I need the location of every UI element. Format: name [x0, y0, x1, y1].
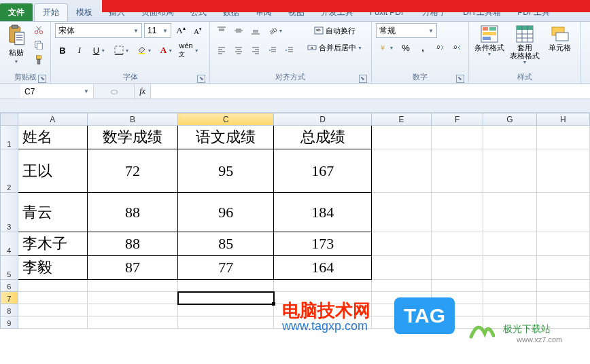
row-header-8[interactable]: 8 — [1, 304, 18, 316]
cut-button[interactable] — [31, 23, 46, 37]
bold-button[interactable]: B — [55, 43, 70, 58]
increase-font-button[interactable]: A▴ — [173, 23, 188, 38]
name-box[interactable]: C7▼ — [20, 84, 94, 98]
cell-C5[interactable]: 77 — [178, 256, 274, 280]
cell-C1[interactable]: 语文成绩 — [178, 126, 274, 149]
cell-H7[interactable] — [536, 292, 589, 304]
cell-F4[interactable] — [431, 232, 483, 256]
cell-B7[interactable] — [87, 292, 177, 304]
tab-home[interactable]: 开始 — [34, 3, 68, 21]
paste-button[interactable]: 粘贴 ▼ — [4, 23, 29, 65]
align-right-button[interactable] — [248, 43, 263, 58]
cell-C4[interactable]: 85 — [178, 232, 274, 256]
row-header-6[interactable]: 6 — [1, 280, 18, 292]
tab-template[interactable]: 模板 — [68, 3, 101, 21]
cell-H8[interactable] — [536, 304, 589, 316]
row-header-7[interactable]: 7 — [1, 292, 18, 304]
border-button[interactable]: ▼ — [111, 43, 132, 58]
increase-decimal-button[interactable]: .0 — [432, 40, 447, 55]
font-dialog-launcher[interactable]: ⬊ — [197, 75, 205, 83]
cell-H6[interactable] — [536, 280, 589, 292]
align-left-button[interactable] — [214, 43, 229, 58]
cell-C6[interactable] — [178, 280, 274, 292]
cell-H9[interactable] — [536, 316, 589, 329]
column-header-G[interactable]: G — [483, 113, 536, 126]
column-header-E[interactable]: E — [371, 113, 431, 126]
align-bottom-button[interactable] — [248, 23, 263, 38]
column-header-C[interactable]: C — [178, 113, 274, 126]
cell-A9[interactable] — [18, 316, 87, 329]
cell-E9[interactable] — [371, 316, 431, 329]
merge-center-button[interactable]: a合并后居中▼ — [302, 40, 367, 55]
font-size-combo[interactable]: 11▼ — [144, 23, 171, 38]
row-header-4[interactable]: 4 — [1, 232, 18, 256]
cell-G9[interactable] — [483, 316, 536, 329]
clipboard-dialog-launcher[interactable]: ⬊ — [38, 75, 46, 83]
cell-D2[interactable]: 167 — [274, 149, 371, 193]
decrease-decimal-button[interactable]: .0 — [449, 40, 464, 55]
cell-B1[interactable]: 数学成绩 — [87, 126, 177, 149]
cell-B3[interactable]: 88 — [87, 193, 177, 232]
row-header-2[interactable]: 2 — [1, 149, 18, 193]
number-dialog-launcher[interactable]: ⬊ — [456, 75, 464, 83]
cell-B4[interactable]: 88 — [87, 232, 177, 256]
phonetic-button[interactable]: wén文▼ — [179, 43, 199, 58]
cell-A4[interactable]: 李木子 — [18, 232, 87, 256]
tab-file[interactable]: 文件 — [0, 3, 33, 21]
accounting-format-button[interactable]: ￥▼ — [376, 40, 396, 55]
percent-button[interactable]: % — [398, 40, 413, 55]
cell-E4[interactable] — [371, 232, 431, 256]
cell-F1[interactable] — [431, 126, 483, 149]
cell-F2[interactable] — [431, 149, 483, 193]
select-all-corner[interactable] — [1, 113, 18, 126]
row-header-1[interactable]: 1 — [1, 126, 18, 149]
copy-button[interactable] — [31, 38, 46, 52]
cell-A2[interactable]: 王以 — [18, 149, 87, 193]
cell-H1[interactable] — [536, 126, 589, 149]
column-header-B[interactable]: B — [87, 113, 177, 126]
decrease-indent-button[interactable] — [265, 43, 280, 58]
font-name-combo[interactable]: 宋体▼ — [55, 23, 142, 38]
cell-E2[interactable] — [371, 149, 431, 193]
cell-H4[interactable] — [536, 232, 589, 256]
cell-A6[interactable] — [18, 280, 87, 292]
row-header-9[interactable]: 9 — [1, 316, 18, 329]
cell-D7[interactable] — [274, 292, 371, 304]
cell-G8[interactable] — [483, 304, 536, 316]
cell-D4[interactable]: 173 — [274, 232, 371, 256]
cell-A7[interactable] — [18, 292, 87, 304]
underline-button[interactable]: U▼ — [89, 43, 109, 58]
fx-icon[interactable]: fx — [135, 84, 151, 98]
font-color-button[interactable]: A▼ — [156, 43, 177, 58]
italic-button[interactable]: I — [72, 43, 87, 58]
cell-D3[interactable]: 184 — [274, 193, 371, 232]
orientation-button[interactable]: ab▼ — [265, 23, 285, 38]
cell-A3[interactable]: 青云 — [18, 193, 87, 232]
cell-D9[interactable] — [274, 316, 371, 329]
column-header-H[interactable]: H — [536, 113, 589, 126]
cell-E8[interactable] — [371, 304, 431, 316]
cell-A5[interactable]: 李毅 — [18, 256, 87, 280]
row-header-3[interactable]: 3 — [1, 193, 18, 232]
cell-A8[interactable] — [18, 304, 87, 316]
cell-G5[interactable] — [483, 256, 536, 280]
cell-F3[interactable] — [431, 193, 483, 232]
cell-A1[interactable]: 姓名 — [18, 126, 87, 149]
comma-button[interactable]: , — [415, 40, 430, 55]
cell-F6[interactable] — [431, 280, 483, 292]
fill-color-button[interactable]: ▼ — [134, 43, 154, 58]
cell-G1[interactable] — [483, 126, 536, 149]
cell-G7[interactable] — [483, 292, 536, 304]
increase-indent-button[interactable] — [282, 43, 297, 58]
align-middle-button[interactable] — [231, 23, 246, 38]
cell-H2[interactable] — [536, 149, 589, 193]
cell-F9[interactable] — [431, 316, 483, 329]
alignment-dialog-launcher[interactable]: ⬊ — [359, 75, 367, 83]
cell-H3[interactable] — [536, 193, 589, 232]
cell-D8[interactable] — [274, 304, 371, 316]
spreadsheet-grid[interactable]: ABCDEFGH1姓名数学成绩语文成绩总成绩2王以72951673青云88961… — [0, 113, 590, 329]
cell-B8[interactable] — [87, 304, 177, 316]
format-painter-button[interactable] — [31, 53, 46, 67]
cell-styles-button[interactable]: 单元格 — [544, 23, 576, 53]
decrease-font-button[interactable]: A▾ — [190, 23, 205, 38]
